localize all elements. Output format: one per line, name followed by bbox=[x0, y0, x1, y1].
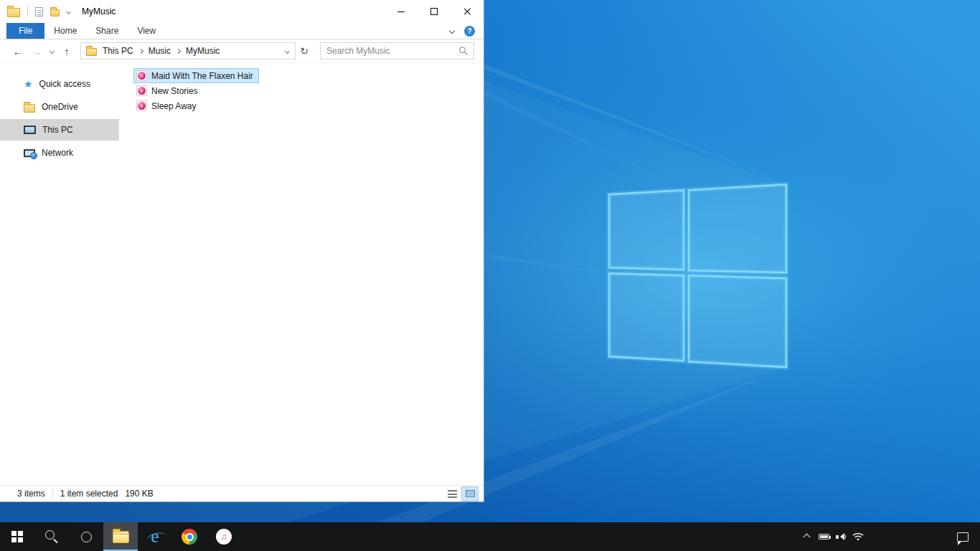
status-item-count: 3 items bbox=[17, 489, 45, 499]
ribbon-expand-chevron-icon[interactable] bbox=[449, 28, 455, 34]
file-explorer-window: MyMusic File Home Share View ? ← → ↑ Thi… bbox=[0, 0, 484, 502]
system-tray bbox=[798, 522, 867, 551]
tab-share-label: Share bbox=[95, 26, 118, 36]
wifi-icon bbox=[852, 532, 864, 542]
music-notes-glyph: ♫ bbox=[221, 532, 227, 541]
cortana-button[interactable] bbox=[69, 522, 103, 551]
network-button[interactable] bbox=[849, 522, 867, 551]
maximize-icon bbox=[430, 8, 438, 15]
close-icon bbox=[463, 7, 471, 16]
breadcrumb-music[interactable]: Music bbox=[149, 46, 171, 56]
search-box[interactable] bbox=[320, 42, 474, 60]
address-bar[interactable]: This PC Music MyMusic bbox=[80, 42, 296, 60]
chevron-down-icon bbox=[49, 48, 54, 53]
sidebar-item-network[interactable]: Network bbox=[0, 142, 119, 164]
file-explorer-icon bbox=[113, 531, 129, 543]
sidebar-item-this-pc[interactable]: This PC bbox=[0, 119, 119, 141]
large-icons-view-button[interactable] bbox=[462, 487, 478, 501]
qat-properties-icon[interactable] bbox=[35, 7, 43, 17]
taskbar-chrome-button[interactable] bbox=[172, 522, 207, 551]
taskbar-file-explorer-button[interactable] bbox=[103, 522, 138, 551]
tab-file-label: File bbox=[19, 26, 32, 36]
maximize-button[interactable] bbox=[418, 0, 451, 23]
file-item-maid-with-the-flaxen-hair[interactable]: ♪ Maid With The Flaxen Hair bbox=[133, 68, 259, 83]
file-list: ♪ Maid With The Flaxen Hair ♪ New Storie… bbox=[119, 63, 484, 485]
file-name: Maid With The Flaxen Hair bbox=[151, 71, 253, 81]
chrome-icon bbox=[182, 529, 197, 545]
window-title: MyMusic bbox=[82, 6, 116, 17]
action-center-icon bbox=[957, 532, 969, 542]
quick-access-star-icon: ★ bbox=[24, 79, 33, 89]
itunes-icon: ♫ bbox=[216, 529, 232, 545]
minimize-button[interactable] bbox=[385, 0, 418, 23]
internet-explorer-icon: e bbox=[151, 527, 159, 546]
speaker-icon bbox=[836, 532, 847, 542]
network-icon bbox=[24, 149, 35, 157]
start-button[interactable] bbox=[0, 522, 34, 551]
breadcrumb-chevron-icon[interactable] bbox=[138, 48, 143, 53]
window-body: ★ Quick access OneDrive This PC Network … bbox=[0, 63, 484, 485]
sidebar-item-label: Quick access bbox=[39, 79, 90, 89]
battery-button[interactable] bbox=[815, 522, 832, 551]
status-selection-size: 190 KB bbox=[125, 489, 153, 499]
battery-icon bbox=[819, 534, 829, 540]
volume-button[interactable] bbox=[832, 522, 849, 551]
sidebar-item-onedrive[interactable]: OneDrive bbox=[0, 96, 119, 118]
breadcrumb-chevron-icon[interactable] bbox=[176, 48, 181, 53]
tab-share[interactable]: Share bbox=[86, 23, 128, 39]
refresh-button[interactable]: ↻ bbox=[296, 46, 313, 56]
music-note-glyph: ♪ bbox=[141, 73, 143, 79]
close-button[interactable] bbox=[451, 0, 484, 23]
address-dropdown-icon[interactable] bbox=[285, 48, 290, 53]
tab-view-label: View bbox=[137, 26, 156, 36]
tab-home[interactable]: Home bbox=[44, 23, 86, 39]
breadcrumb-mymusic[interactable]: MyMusic bbox=[186, 46, 220, 56]
details-view-icon bbox=[448, 490, 457, 498]
taskbar-internet-explorer-button[interactable]: e bbox=[138, 522, 172, 551]
file-item-sleep-away[interactable]: ♪ Sleep Away bbox=[133, 98, 202, 113]
qat-customize-chevron-icon[interactable] bbox=[66, 9, 71, 14]
taskbar-search-button[interactable] bbox=[34, 522, 69, 551]
music-file-icon: ♪ bbox=[136, 100, 147, 111]
show-hidden-icons-button[interactable] bbox=[798, 522, 815, 551]
onedrive-icon bbox=[24, 104, 35, 113]
address-folder-icon bbox=[86, 48, 97, 56]
tab-view[interactable]: View bbox=[128, 23, 165, 39]
status-bar: 3 items 1 item selected 190 KB bbox=[0, 485, 484, 501]
navigation-pane: ★ Quick access OneDrive This PC Network bbox=[0, 63, 119, 485]
file-name: Sleep Away bbox=[151, 101, 197, 111]
file-item-new-stories[interactable]: ♪ New Stories bbox=[133, 83, 204, 98]
sidebar-item-label: OneDrive bbox=[42, 102, 78, 112]
status-divider bbox=[52, 489, 53, 499]
help-icon[interactable]: ? bbox=[464, 26, 475, 37]
sidebar-item-quick-access[interactable]: ★ Quick access bbox=[0, 73, 119, 95]
music-file-icon: ♪ bbox=[136, 70, 147, 81]
qat-new-folder-icon[interactable] bbox=[50, 9, 60, 17]
action-center-button[interactable] bbox=[946, 522, 980, 551]
file-name: New Stories bbox=[151, 86, 198, 96]
search-input[interactable] bbox=[326, 46, 459, 56]
ribbon-tab-bar: File Home Share View ? bbox=[0, 23, 484, 39]
quick-access-toolbar: MyMusic bbox=[0, 6, 116, 17]
taskbar-itunes-button[interactable]: ♫ bbox=[207, 522, 241, 551]
forward-button[interactable]: → bbox=[27, 46, 46, 57]
music-note-glyph: ♪ bbox=[141, 103, 143, 109]
navigation-bar: ← → ↑ This PC Music MyMusic ↻ bbox=[0, 39, 484, 63]
tab-home-label: Home bbox=[54, 26, 77, 36]
recent-locations-button[interactable] bbox=[46, 50, 57, 53]
details-view-button[interactable] bbox=[444, 487, 460, 501]
up-button[interactable]: ↑ bbox=[57, 46, 76, 57]
sidebar-item-label: Network bbox=[42, 148, 73, 158]
minimize-icon bbox=[397, 11, 405, 12]
cortana-icon bbox=[81, 532, 92, 542]
back-button[interactable]: ← bbox=[9, 46, 27, 57]
search-icon[interactable] bbox=[459, 47, 468, 55]
breadcrumb-this-pc[interactable]: This PC bbox=[103, 46, 133, 56]
sidebar-item-label: This PC bbox=[42, 125, 73, 135]
tab-file[interactable]: File bbox=[6, 23, 44, 39]
taskbar: e ♫ bbox=[0, 522, 980, 551]
music-file-icon: ♪ bbox=[136, 85, 147, 96]
explorer-app-icon bbox=[7, 8, 20, 17]
ribbon-right-controls: ? bbox=[450, 23, 484, 39]
titlebar[interactable]: MyMusic bbox=[0, 0, 484, 23]
